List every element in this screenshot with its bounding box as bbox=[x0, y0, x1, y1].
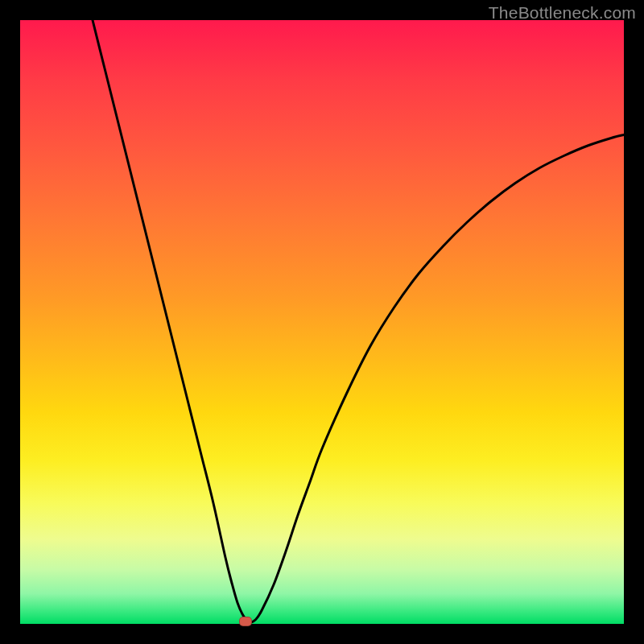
min-marker bbox=[239, 617, 252, 626]
plot-area bbox=[20, 20, 624, 624]
curve-svg bbox=[20, 20, 624, 624]
curve-path bbox=[93, 20, 624, 622]
chart-frame: TheBottleneck.com bbox=[0, 0, 644, 644]
